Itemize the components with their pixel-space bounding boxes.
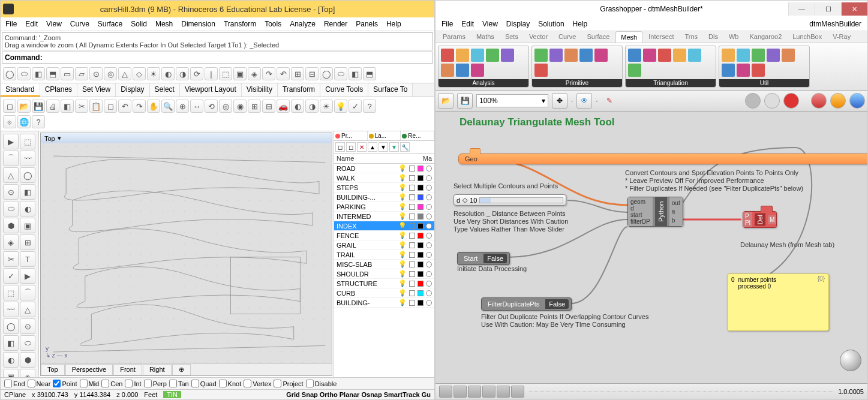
left-tool-icon[interactable]: ▶	[3, 134, 19, 149]
left-tool-icon[interactable]: ✓	[3, 268, 19, 284]
gh-menu-file[interactable]: File	[441, 19, 453, 29]
toolbar-icon[interactable]: ↶	[277, 67, 290, 80]
command-line[interactable]: Command:	[2, 52, 433, 64]
menu-panels[interactable]: Panels	[356, 19, 378, 29]
visibility-icon[interactable]: 💡	[398, 289, 407, 297]
visibility-icon[interactable]: 💡	[398, 299, 407, 306]
color-swatch[interactable]	[418, 213, 424, 219]
port-d[interactable]: d	[630, 205, 650, 212]
std-toolbar-icon[interactable]: ⊕	[176, 100, 189, 113]
lock-icon[interactable]	[409, 242, 415, 248]
side-tab[interactable]: Pr...	[334, 131, 368, 140]
status-icon-1[interactable]	[439, 386, 452, 398]
visibility-icon[interactable]: 💡	[398, 251, 407, 258]
tools-icon[interactable]: 🔧	[400, 142, 410, 152]
material-swatch[interactable]	[426, 166, 432, 172]
ribbon-icon[interactable]	[722, 49, 735, 62]
std-toolbar-icon[interactable]: ◻	[104, 100, 117, 113]
left-tool-icon[interactable]: △	[20, 302, 35, 317]
ribbon-icon[interactable]	[767, 49, 780, 62]
ribbon-icon[interactable]	[722, 64, 735, 77]
ribbon-icon[interactable]	[471, 64, 484, 77]
ribbon-icon[interactable]	[564, 49, 578, 62]
port-geom[interactable]: geom	[630, 199, 650, 205]
menu-mesh[interactable]: Mesh	[155, 19, 173, 29]
ribbon-icon[interactable]	[456, 64, 469, 77]
toolbar-icon[interactable]: ◯	[3, 67, 16, 80]
material-swatch[interactable]	[426, 213, 432, 219]
slider-track[interactable]	[479, 197, 563, 203]
std-toolbar-icon[interactable]: 🚗	[277, 100, 290, 113]
color-swatch[interactable]	[418, 281, 424, 287]
toolbar-icon[interactable]: ◇	[133, 67, 146, 80]
category-trns[interactable]: Trns	[680, 31, 702, 43]
color-swatch[interactable]	[418, 242, 424, 248]
std-toolbar-icon[interactable]: ⟲	[205, 100, 218, 113]
gh-menu-view[interactable]: View	[482, 19, 498, 29]
left-tool-icon[interactable]: ⊞	[20, 234, 35, 250]
viewport[interactable]: Top ▾ y↳ z — x TopPerspect	[40, 133, 332, 376]
gh-menu-solution[interactable]: Solution	[538, 19, 564, 29]
material-swatch[interactable]	[426, 175, 432, 181]
std-toolbar-icon[interactable]: ◑	[305, 100, 319, 113]
ribbon-icon[interactable]	[534, 64, 548, 77]
ribbon-icon[interactable]	[673, 49, 686, 62]
status-icon-6[interactable]	[511, 386, 524, 398]
new-layer-icon[interactable]: ◻	[335, 142, 345, 152]
shade-red-icon[interactable]	[783, 93, 799, 109]
menu-render[interactable]: Render	[324, 19, 347, 29]
toolbar-icon[interactable]: ↷	[262, 67, 275, 80]
port-b[interactable]: b	[672, 217, 680, 224]
ribbon-icon[interactable]	[534, 49, 548, 62]
left-tool-icon[interactable]: ⬭	[20, 335, 35, 351]
layer-row[interactable]: STEPS💡	[334, 183, 434, 193]
lock-icon[interactable]	[409, 185, 415, 191]
ribbon-icon[interactable]	[441, 49, 454, 62]
visibility-icon[interactable]: 💡	[398, 174, 407, 182]
lock-icon[interactable]	[409, 213, 415, 219]
tab-curve-tools[interactable]: Curve Tools	[320, 83, 368, 97]
ribbon-icon[interactable]	[658, 49, 671, 62]
lock-icon[interactable]	[409, 281, 415, 287]
toolbar-icon[interactable]: ◐	[161, 67, 175, 80]
toolbar-icon[interactable]: ▭	[61, 67, 74, 80]
visibility-icon[interactable]: 💡	[398, 212, 407, 220]
view-tab-right[interactable]: Right	[143, 364, 172, 375]
toolbar-icon[interactable]: ⬭	[334, 67, 347, 80]
shade-grey-icon[interactable]	[745, 93, 761, 109]
toolbar-icon[interactable]: △	[118, 67, 131, 80]
side-tab[interactable]: Re...	[401, 131, 434, 140]
shade-mode2-icon[interactable]	[830, 93, 846, 109]
tab-set-view[interactable]: Set View	[77, 83, 116, 97]
material-swatch[interactable]	[426, 271, 432, 277]
ribbon-icon[interactable]	[782, 49, 795, 62]
toolbar-icon[interactable]: ⬚	[219, 67, 232, 80]
port-Pl[interactable]: Pl	[745, 219, 750, 226]
rhino-titlebar[interactable]: carrsHill.3dm (9 MB) - Rhinoceros 6 Educ…	[1, 1, 434, 17]
viewport-header[interactable]: Top ▾	[41, 133, 332, 143]
category-maths[interactable]: Maths	[471, 31, 499, 43]
open-file-icon[interactable]: 📂	[438, 93, 453, 109]
zoom-extents-icon[interactable]: ✥	[552, 93, 567, 109]
start-toggle[interactable]: Start False	[457, 252, 510, 265]
lock-icon[interactable]	[409, 261, 415, 267]
shade-mode1-icon[interactable]	[811, 93, 827, 109]
osnap-near[interactable]: Near	[28, 380, 51, 387]
left-tool-icon[interactable]: ⬢	[3, 218, 19, 233]
port-M[interactable]: M	[770, 216, 774, 223]
menu-edit[interactable]: Edit	[25, 19, 38, 29]
lock-icon[interactable]	[409, 166, 415, 172]
std-toolbar-icon[interactable]: ↔	[190, 100, 203, 113]
layer-row[interactable]: BUILDING-💡	[334, 298, 434, 308]
ribbon-icon[interactable]	[628, 49, 641, 62]
ribbon-icon[interactable]	[643, 49, 656, 62]
category-intersect[interactable]: Intersect	[644, 31, 678, 43]
color-swatch[interactable]	[418, 261, 424, 267]
menu-help[interactable]: Help	[386, 19, 401, 29]
toolbar-icon[interactable]: ⟳	[190, 67, 203, 80]
minimize-button[interactable]: —	[788, 2, 815, 16]
resolution-slider[interactable]: d ◇ 10	[453, 194, 566, 206]
toolbar-icon[interactable]: ☀	[147, 67, 160, 80]
color-swatch[interactable]	[418, 175, 424, 181]
port-filterDP[interactable]: filterDP	[630, 218, 650, 225]
